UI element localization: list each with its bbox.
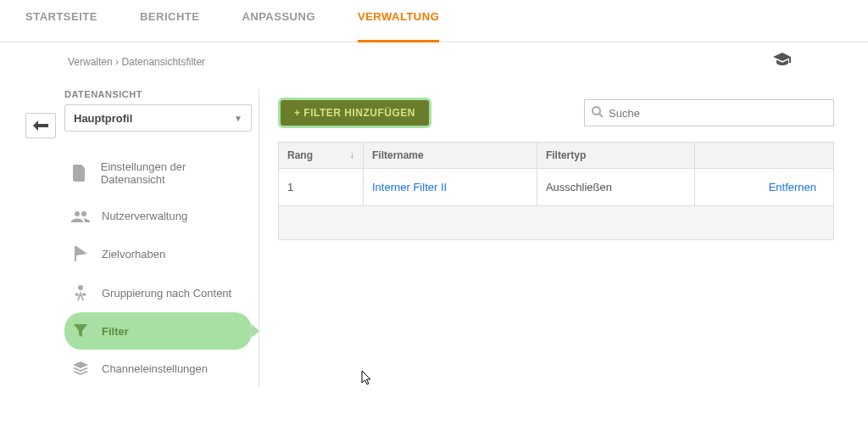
sidebar-item-channel-settings[interactable]: Channeleinstellungen [64,350,252,387]
breadcrumb-current: Datenansichtsfilter [121,56,205,68]
svg-point-0 [78,285,83,290]
col-rank[interactable]: Rang↓ [279,143,364,169]
sidebar-item-label: Channeleinstellungen [102,362,208,375]
sidebar-item-view-settings[interactable]: Einstellungen der Datenansicht [64,149,252,198]
back-column [25,89,64,387]
sidebar-item-label: Filter [102,325,129,338]
content-toolbar: + FILTER HINZUFÜGEN [278,98,834,128]
tab-verwaltung[interactable]: VERWALTUNG [358,10,439,42]
breadcrumb-row: Verwalten › Datenansichtsfilter [0,42,868,81]
col-filtertype[interactable]: Filtertyp [537,143,694,169]
col-filtername[interactable]: Filtername [364,143,537,169]
search-box[interactable] [584,99,834,126]
top-nav: STARTSEITE BERICHTE ANPASSUNG VERWALTUNG [0,0,868,42]
col-rank-label: Rang [287,149,313,161]
table-row: 1 Interner Filter II Ausschließen Entfer… [279,169,834,206]
breadcrumb-sep: › [115,56,119,68]
sidebar: DATENANSICHT Hauptprofil ▼ Einstellungen… [64,89,259,387]
svg-line-2 [599,114,603,117]
breadcrumb: Verwalten › Datenansichtsfilter [68,56,205,68]
sidebar-item-label: Gruppierung nach Content [102,287,231,300]
document-icon [71,165,89,182]
cell-filtertype: Ausschließen [537,169,694,206]
flag-icon [71,246,90,261]
sidebar-item-label: Einstellungen der Datenansicht [101,160,245,186]
filters-table: Rang↓ Filtername Filtertyp 1 Interner Fi… [278,142,834,240]
sidebar-item-user-management[interactable]: Nutzerverwaltung [64,198,252,234]
remove-link[interactable]: Entfernen [694,169,833,206]
main-area: DATENANSICHT Hauptprofil ▼ Einstellungen… [0,81,868,387]
col-actions [694,143,833,169]
table-footer [279,206,834,240]
tab-startseite[interactable]: STARTSEITE [25,10,97,31]
add-filter-button[interactable]: + FILTER HINZUFÜGEN [278,98,431,128]
cell-filtername[interactable]: Interner Filter II [364,169,537,206]
view-selector-value: Hauptprofil [74,112,132,125]
chevron-down-icon: ▼ [234,114,242,123]
breadcrumb-parent[interactable]: Verwalten [68,56,113,68]
sidebar-item-content-grouping[interactable]: Gruppierung nach Content [64,273,252,312]
sidebar-item-filter[interactable]: Filter [64,312,252,350]
view-selector[interactable]: Hauptprofil ▼ [64,104,252,132]
sidebar-item-goals[interactable]: Zielvorhaben [64,234,252,273]
search-input[interactable] [609,107,826,120]
cell-rank: 1 [279,169,364,206]
sidebar-section-label: DATENANSICHT [64,89,252,99]
content-area: + FILTER HINZUFÜGEN Rang↓ Filtername Fil… [259,89,843,387]
tab-berichte[interactable]: BERICHTE [140,10,199,31]
filter-icon [71,324,90,338]
sort-arrow-icon: ↓ [350,149,355,160]
search-icon [592,106,604,121]
sidebar-item-label: Nutzerverwaltung [102,210,187,222]
tab-anpassung[interactable]: ANPASSUNG [242,10,315,31]
sidebar-item-label: Zielvorhaben [102,248,165,261]
sidebar-list: Einstellungen der Datenansicht Nutzerver… [64,149,252,387]
table-header-row: Rang↓ Filtername Filtertyp [279,143,834,169]
back-button[interactable] [25,113,56,138]
person-icon [71,285,90,300]
users-icon [71,210,90,222]
stack-icon [71,362,90,375]
graduation-cap-icon[interactable] [773,53,792,70]
svg-point-1 [593,107,600,115]
